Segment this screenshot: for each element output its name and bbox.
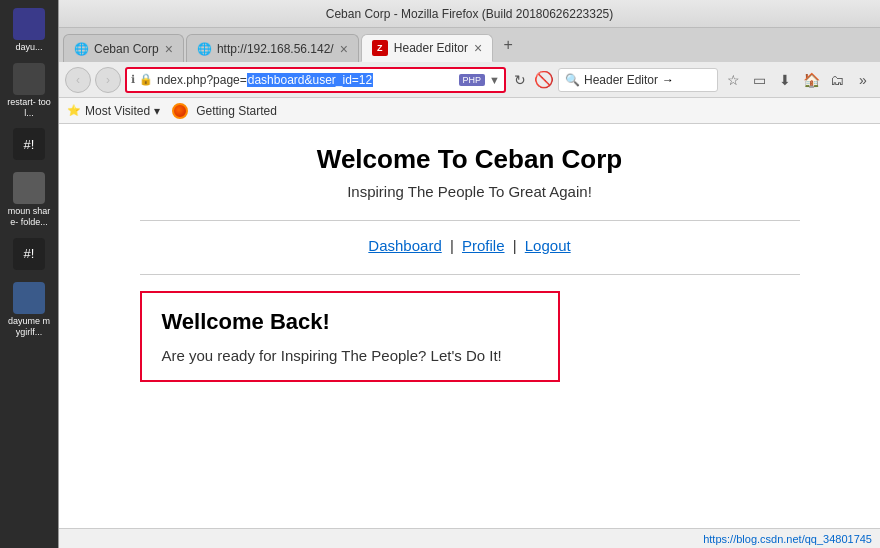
header-editor-text: Header Editor <box>584 73 658 87</box>
tab-header-editor[interactable]: Z Header Editor × <box>361 34 493 62</box>
title-bar: Ceban Corp - Mozilla Firefox (Build 2018… <box>59 0 880 28</box>
desktop-icon-3[interactable]: #! <box>5 124 53 166</box>
php-badge: PHP <box>459 74 486 86</box>
address-highlighted: dashboard&user_id=12 <box>247 73 373 87</box>
page-subtitle: Inspiring The People To Great Again! <box>140 183 800 200</box>
address-text[interactable]: ndex.php?page=dashboard&user_id=12 <box>157 73 455 87</box>
download-button[interactable]: ⬇ <box>774 69 796 91</box>
desktop-icon-1[interactable]: dayu... <box>5 4 53 57</box>
header-editor-search-bar[interactable]: 🔍 Header Editor → <box>558 68 718 92</box>
page-title: Welcome To Ceban Corp <box>140 144 800 175</box>
desktop-icon-img-2 <box>13 63 45 95</box>
page-nav-links: Dashboard | Profile | Logout <box>140 237 800 254</box>
stop-icon: 🚫 <box>534 70 554 89</box>
home-button[interactable]: 🏠 <box>800 69 822 91</box>
nav-bar: ‹ › ℹ 🔒 ndex.php?page=dashboard&user_id=… <box>59 62 880 98</box>
desktop-icon-2[interactable]: restart- tool... <box>5 59 53 123</box>
screenshot-icon: ▭ <box>753 72 766 88</box>
tab-close-1[interactable]: × <box>165 41 173 57</box>
tab-label-2: http://192.168.56.142/ <box>217 42 334 56</box>
tab-favicon-2: 🌐 <box>197 42 211 56</box>
tab-ceban-corp[interactable]: 🌐 Ceban Corp × <box>63 34 184 62</box>
pocket-button[interactable]: 🗂 <box>826 69 848 91</box>
bookmarks-bar: ⭐ Most Visited ▾ Getting Started <box>59 98 880 124</box>
getting-started-label: Getting Started <box>196 104 277 118</box>
home-icon: 🏠 <box>803 72 820 88</box>
back-button[interactable]: ‹ <box>65 67 91 93</box>
lock-icon: 🔒 <box>139 73 153 86</box>
forward-icon: › <box>106 73 110 87</box>
welcome-text: Are you ready for Inspiring The People? … <box>162 347 538 364</box>
profile-link[interactable]: Profile <box>462 237 505 254</box>
desktop-icon-5[interactable]: #! <box>5 234 53 276</box>
desktop-icon-img-5: #! <box>13 238 45 270</box>
nav-separator-2: | <box>513 237 517 254</box>
welcome-title: Wellcome Back! <box>162 309 538 335</box>
most-visited-label: Most Visited <box>85 104 150 118</box>
dashboard-link[interactable]: Dashboard <box>368 237 441 254</box>
browser-window: Ceban Corp - Mozilla Firefox (Build 2018… <box>58 0 880 548</box>
tab-favicon-1: 🌐 <box>74 42 88 56</box>
reload-icon: ↻ <box>514 72 526 88</box>
status-url: https://blog.csdn.net/qq_34801745 <box>703 533 872 545</box>
address-bar[interactable]: ℹ 🔒 ndex.php?page=dashboard&user_id=12 P… <box>125 67 506 93</box>
screenshot-button[interactable]: ▭ <box>748 69 770 91</box>
nav-icons-group: ☆ ▭ ⬇ 🏠 🗂 » <box>722 69 874 91</box>
bookmark-most-visited[interactable]: ⭐ Most Visited ▾ <box>67 104 160 118</box>
header-editor-arrow-icon: → <box>662 73 674 87</box>
tab-close-3[interactable]: × <box>474 40 482 56</box>
overflow-button[interactable]: » <box>852 69 874 91</box>
address-prefix: ndex.php?page= <box>157 73 247 87</box>
logout-link[interactable]: Logout <box>525 237 571 254</box>
page-divider-1 <box>140 220 800 221</box>
desktop-icon-img-1 <box>13 8 45 40</box>
stop-button[interactable]: 🚫 <box>534 70 554 90</box>
address-dropdown-icon[interactable]: ▼ <box>489 74 500 86</box>
star-icon: ☆ <box>727 72 740 88</box>
bookmark-getting-started[interactable]: Getting Started <box>172 103 277 119</box>
desktop-icon-img-3: #! <box>13 128 45 160</box>
most-visited-favicon: ⭐ <box>67 104 81 117</box>
desktop-icon-4[interactable]: moun share- folde... <box>5 168 53 232</box>
page-divider-2 <box>140 274 800 275</box>
most-visited-arrow-icon: ▾ <box>154 104 160 118</box>
desktop-icon-label-4: moun share- folde... <box>7 206 51 228</box>
desktop-icon-label-2: restart- tool... <box>7 97 51 119</box>
desktop-icon-label-1: dayu... <box>15 42 42 53</box>
pocket-icon: 🗂 <box>830 72 844 88</box>
nav-separator-1: | <box>450 237 454 254</box>
desktop-icon-label-6: dayume mygirlf... <box>7 316 51 338</box>
new-tab-button[interactable]: + <box>495 34 521 56</box>
window-title: Ceban Corp - Mozilla Firefox (Build 2018… <box>326 7 614 21</box>
desktop-icon-6[interactable]: dayume mygirlf... <box>5 278 53 342</box>
tab-ip[interactable]: 🌐 http://192.168.56.142/ × <box>186 34 359 62</box>
desktop-sidebar: dayu... restart- tool... #! moun share- … <box>0 0 58 548</box>
desktop-icon-img-6 <box>13 282 45 314</box>
tab-label-1: Ceban Corp <box>94 42 159 56</box>
desktop-icon-img-4 <box>13 172 45 204</box>
zotero-favicon: Z <box>372 40 388 56</box>
reload-button[interactable]: ↻ <box>510 70 530 90</box>
tab-label-3: Header Editor <box>394 41 468 55</box>
tab-close-2[interactable]: × <box>340 41 348 57</box>
getting-started-favicon <box>172 103 188 119</box>
page-content: Welcome To Ceban Corp Inspiring The Peop… <box>59 124 880 528</box>
overflow-icon: » <box>859 72 867 88</box>
tab-bar: 🌐 Ceban Corp × 🌐 http://192.168.56.142/ … <box>59 28 880 62</box>
welcome-box: Wellcome Back! Are you ready for Inspiri… <box>140 291 560 382</box>
forward-button[interactable]: › <box>95 67 121 93</box>
page-inner: Welcome To Ceban Corp Inspiring The Peop… <box>120 124 820 402</box>
star-button[interactable]: ☆ <box>722 69 744 91</box>
header-editor-search-icon: 🔍 <box>565 73 580 87</box>
info-icon: ℹ <box>131 73 135 86</box>
back-icon: ‹ <box>76 73 80 87</box>
download-icon: ⬇ <box>779 72 791 88</box>
status-bar: https://blog.csdn.net/qq_34801745 <box>59 528 880 548</box>
